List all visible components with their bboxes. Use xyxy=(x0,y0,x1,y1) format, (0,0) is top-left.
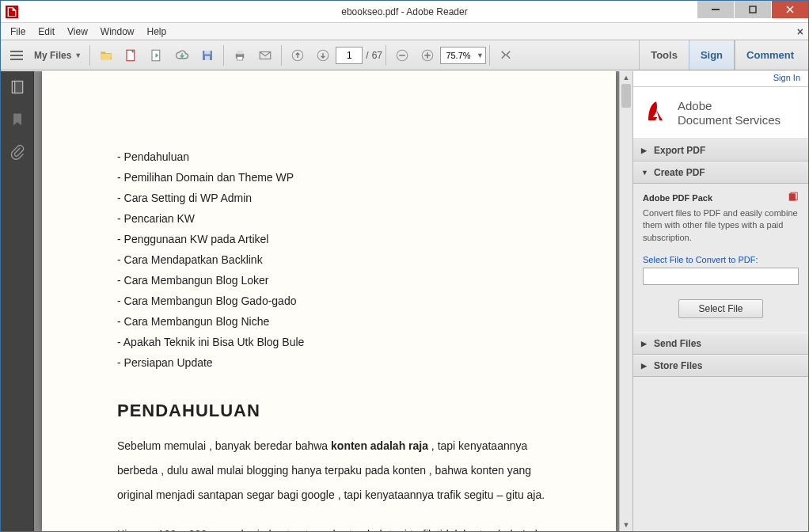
toc-item: - Pencarian KW xyxy=(117,212,568,225)
tab-sign[interactable]: Sign xyxy=(689,40,735,70)
select-file-input[interactable] xyxy=(643,268,799,285)
open-icon[interactable] xyxy=(94,44,118,67)
toc-item: - Cara Membangun Blog Gado-gado xyxy=(117,294,568,307)
svg-rect-9 xyxy=(237,56,244,60)
toc-item: - Pendahuluan xyxy=(117,150,568,163)
menubar: File Edit View Window Help × xyxy=(1,23,808,40)
app-icon xyxy=(6,6,18,18)
doc-paragraph: Kisaran 100 – 200 uv perhari , konten te… xyxy=(117,522,568,531)
adobe-logo-icon xyxy=(643,98,670,127)
toc-item: - Cara Setting di WP Admin xyxy=(117,192,568,204)
sign-in-link[interactable]: Sign In xyxy=(633,71,808,87)
accordion-export-pdf[interactable]: ▶ Export PDF xyxy=(633,139,808,162)
caret-right-icon: ▶ xyxy=(641,340,649,348)
toc-item: - Apakah Teknik ini Bisa Utk Blog Bule xyxy=(117,336,568,348)
toolbar: My Files ▼ / 67 ▼ Tools Sign Comment xyxy=(1,40,808,70)
zoom-in-icon[interactable] xyxy=(416,44,439,67)
zoom-level-input[interactable] xyxy=(440,47,486,64)
menu-icon[interactable] xyxy=(5,44,28,67)
doc-paragraph: Sebelum memulai , banyak beredar bahwa k… xyxy=(117,434,568,507)
window-title: ebookseo.pdf - Adobe Reader xyxy=(1,6,808,17)
svg-rect-5 xyxy=(205,51,211,55)
vertical-scrollbar[interactable]: ▲ ▼ xyxy=(619,71,632,531)
svg-rect-6 xyxy=(205,55,210,59)
close-button[interactable] xyxy=(772,1,808,18)
page-separator: / xyxy=(366,50,368,61)
document-close-icon[interactable]: × xyxy=(797,25,803,38)
window-controls xyxy=(697,1,808,18)
pdf-pack-title: Adobe PDF Pack xyxy=(643,193,712,203)
save-icon[interactable] xyxy=(196,44,219,67)
adobe-services-banner: Adobe Document Services xyxy=(633,87,808,139)
toc-item: - Persiapan Update xyxy=(117,356,568,369)
tab-tools[interactable]: Tools xyxy=(639,40,689,70)
zoom-out-icon[interactable] xyxy=(390,44,414,67)
my-files-button[interactable]: My Files ▼ xyxy=(29,44,86,67)
my-files-label: My Files xyxy=(34,50,71,61)
accordion-store-files[interactable]: ▶ Store Files xyxy=(633,355,808,377)
toc-item: - Penggunaan KW pada Artikel xyxy=(117,233,568,245)
document-page: - Pendahuluan- Pemilihan Domain dan Them… xyxy=(42,71,616,531)
select-file-label: Select File to Convert to PDF: xyxy=(643,255,799,264)
scroll-up-icon[interactable]: ▲ xyxy=(620,71,632,84)
scroll-thumb[interactable] xyxy=(621,84,631,108)
caret-right-icon: ▶ xyxy=(641,362,649,370)
toc-item: - Cara Membangun Blog Niche xyxy=(117,315,568,328)
menu-edit[interactable]: Edit xyxy=(32,25,61,39)
document-viewport[interactable]: - Pendahuluan- Pemilihan Domain dan Them… xyxy=(34,71,619,531)
create-pdf-icon[interactable] xyxy=(120,44,143,67)
menu-file[interactable]: File xyxy=(4,25,32,39)
accordion-send-files[interactable]: ▶ Send Files xyxy=(633,332,808,355)
svg-rect-14 xyxy=(399,55,405,56)
read-mode-icon[interactable] xyxy=(494,44,518,67)
page-total: 67 xyxy=(372,50,382,61)
maximize-button[interactable] xyxy=(735,1,771,18)
svg-rect-17 xyxy=(427,52,428,59)
menu-window[interactable]: Window xyxy=(94,25,141,39)
accordion-create-pdf[interactable]: ▼ Create PDF xyxy=(633,162,808,184)
svg-rect-1 xyxy=(750,6,756,13)
menu-view[interactable]: View xyxy=(61,25,94,39)
email-icon[interactable] xyxy=(253,44,277,67)
pdf-pack-desc: Convert files to PDF and easily combine … xyxy=(643,207,799,244)
toc-item: - Pemilihan Domain dan Theme WP xyxy=(117,171,568,184)
attachment-icon[interactable] xyxy=(9,144,25,162)
tab-comment[interactable]: Comment xyxy=(735,40,805,70)
svg-rect-0 xyxy=(712,9,720,10)
tools-panel: Sign In Adobe Document Services ▶ Export… xyxy=(632,71,808,531)
cloud-icon[interactable] xyxy=(170,44,194,67)
nav-rail xyxy=(1,71,34,531)
select-file-button[interactable]: Select File xyxy=(678,299,762,318)
menu-help[interactable]: Help xyxy=(141,25,173,39)
prev-page-icon[interactable] xyxy=(286,44,310,67)
adobe-services-line1: Adobe xyxy=(678,99,781,113)
content-area: - Pendahuluan- Pemilihan Domain dan Them… xyxy=(1,71,808,531)
pdf-pack-icon xyxy=(788,192,799,204)
page-number-input[interactable] xyxy=(336,47,363,64)
adobe-services-line2: Document Services xyxy=(678,113,781,127)
caret-down-icon: ▼ xyxy=(641,169,649,177)
toc-item: - Cara Membangun Blog Loker xyxy=(117,274,568,287)
print-icon[interactable] xyxy=(228,44,252,67)
chevron-down-icon: ▼ xyxy=(74,51,82,59)
titlebar: ebookseo.pdf - Adobe Reader xyxy=(1,1,808,23)
export-pdf-icon[interactable] xyxy=(145,44,169,67)
create-pdf-body: Adobe PDF Pack Convert files to PDF and … xyxy=(633,184,808,332)
scroll-down-icon[interactable]: ▼ xyxy=(620,519,632,531)
minimize-button[interactable] xyxy=(697,1,734,18)
svg-rect-8 xyxy=(237,51,244,55)
svg-rect-19 xyxy=(14,82,22,93)
toc-item: - Cara Mendapatkan Backlink xyxy=(117,253,568,266)
bookmark-icon[interactable] xyxy=(9,112,25,130)
caret-right-icon: ▶ xyxy=(641,146,649,154)
thumbnails-icon[interactable] xyxy=(9,79,25,97)
doc-heading: PENDAHULUAN xyxy=(117,401,568,421)
next-page-icon[interactable] xyxy=(311,44,335,67)
